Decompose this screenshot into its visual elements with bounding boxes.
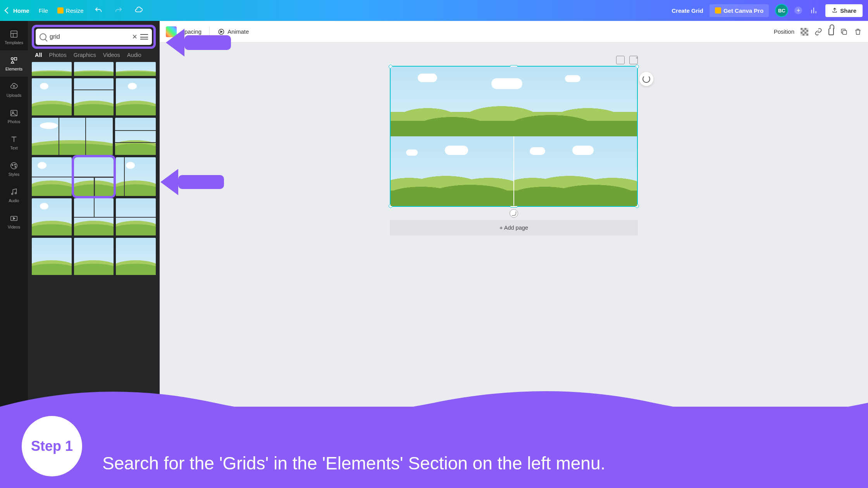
svg-point-5 bbox=[11, 163, 17, 169]
tab-videos[interactable]: Videos bbox=[103, 52, 120, 58]
top-menu-bar: Home File Resize Create Grid Get Canva P… bbox=[0, 0, 868, 21]
rail-videos[interactable]: Videos bbox=[0, 208, 28, 235]
svg-rect-18 bbox=[801, 32, 803, 34]
canvas-page[interactable] bbox=[390, 66, 638, 207]
crown-icon bbox=[57, 7, 64, 14]
grid-option[interactable] bbox=[116, 78, 156, 115]
rail-elements[interactable]: Elements bbox=[0, 50, 28, 77]
rail-audio[interactable]: Audio bbox=[0, 182, 28, 208]
grid-option[interactable] bbox=[74, 78, 114, 115]
home-label: Home bbox=[13, 7, 29, 14]
rail-styles[interactable]: Styles bbox=[0, 156, 28, 182]
search-input[interactable] bbox=[50, 33, 129, 40]
lock-icon[interactable] bbox=[828, 28, 834, 35]
svg-point-6 bbox=[12, 165, 13, 166]
add-page-button[interactable]: + Add page bbox=[390, 220, 638, 235]
grid-option[interactable] bbox=[116, 157, 156, 196]
grid-option[interactable] bbox=[74, 62, 114, 76]
document-title[interactable]: Create Grid bbox=[672, 7, 703, 14]
filter-icon[interactable] bbox=[140, 34, 148, 40]
tutorial-overlay: Step 1 Search for the 'Grids' in the 'El… bbox=[0, 383, 868, 488]
grid-option[interactable] bbox=[74, 198, 114, 235]
grid-option[interactable] bbox=[32, 238, 72, 275]
trash-icon[interactable] bbox=[854, 28, 862, 36]
svg-point-9 bbox=[12, 193, 13, 195]
rail-photos[interactable]: Photos bbox=[0, 103, 28, 129]
step-text: Search for the 'Grids' in the 'Elements'… bbox=[102, 452, 852, 475]
svg-rect-17 bbox=[806, 30, 808, 32]
grid-option[interactable] bbox=[116, 238, 156, 275]
svg-point-7 bbox=[14, 164, 16, 165]
svg-rect-16 bbox=[803, 30, 804, 32]
get-pro-button[interactable]: Get Canva Pro bbox=[710, 4, 769, 17]
chevron-left-icon bbox=[5, 7, 11, 14]
context-toolbar: pacing Animate Position bbox=[160, 21, 868, 43]
grid-cell-top[interactable] bbox=[391, 67, 637, 136]
rotate-handle[interactable] bbox=[510, 209, 518, 218]
share-label: Share bbox=[840, 7, 856, 14]
clear-search-button[interactable]: × bbox=[132, 32, 137, 42]
cloud-sync-icon[interactable] bbox=[133, 5, 144, 16]
 bbox=[74, 238, 114, 275]
grid-cell-bottom-right[interactable] bbox=[514, 136, 637, 206]
file-menu[interactable]: File bbox=[39, 7, 48, 14]
svg-point-10 bbox=[15, 192, 17, 194]
share-button[interactable]: Share bbox=[825, 4, 863, 17]
search-icon bbox=[40, 33, 46, 40]
tab-audio[interactable]: Audio bbox=[127, 52, 141, 58]
redo-button[interactable] bbox=[113, 5, 124, 16]
stats-icon[interactable] bbox=[808, 5, 819, 16]
svg-rect-14 bbox=[801, 28, 803, 30]
search-highlight: × bbox=[32, 25, 156, 49]
transparency-icon[interactable] bbox=[801, 28, 808, 36]
add-collaborator-button[interactable]: + bbox=[794, 7, 802, 14]
grid-option[interactable] bbox=[32, 157, 72, 196]
duplicate-icon[interactable] bbox=[840, 28, 848, 36]
search-bar: × bbox=[36, 29, 152, 45]
rail-uploads[interactable]: Uploads bbox=[0, 77, 28, 103]
crown-icon bbox=[715, 7, 721, 14]
grid-option[interactable] bbox=[32, 62, 72, 76]
home-button[interactable]: Home bbox=[5, 7, 29, 14]
svg-rect-19 bbox=[804, 32, 806, 34]
grid-option[interactable] bbox=[115, 118, 156, 155]
grid-cell-bottom-left[interactable] bbox=[391, 136, 513, 206]
grid-option[interactable] bbox=[116, 62, 156, 76]
svg-rect-21 bbox=[806, 34, 808, 36]
tutorial-arrow bbox=[160, 169, 224, 195]
tab-graphics[interactable]: Graphics bbox=[74, 52, 96, 58]
svg-rect-0 bbox=[11, 31, 17, 38]
rail-text[interactable]: Text bbox=[0, 129, 28, 156]
svg-point-8 bbox=[15, 166, 16, 167]
svg-rect-2 bbox=[14, 58, 17, 60]
duplicate-page-icon[interactable] bbox=[616, 56, 625, 64]
grid-option[interactable] bbox=[32, 118, 113, 155]
grid-option-selected[interactable] bbox=[74, 157, 114, 196]
undo-button[interactable] bbox=[93, 5, 104, 16]
step-badge: Step 1 bbox=[22, 416, 82, 476]
rail-templates[interactable]: Templates bbox=[0, 24, 28, 50]
position-button[interactable]: Position bbox=[774, 28, 794, 35]
svg-point-1 bbox=[11, 58, 14, 60]
link-icon[interactable] bbox=[815, 28, 822, 36]
new-page-icon[interactable]: + bbox=[629, 56, 638, 64]
svg-rect-15 bbox=[804, 28, 806, 30]
avatar[interactable]: BC bbox=[775, 4, 788, 17]
get-pro-label: Get Canva Pro bbox=[723, 7, 763, 14]
grid-option[interactable] bbox=[32, 198, 72, 235]
svg-rect-22 bbox=[843, 30, 847, 34]
svg-rect-20 bbox=[803, 34, 804, 36]
tutorial-arrow bbox=[166, 29, 231, 57]
filter-tabs: All Photos Graphics Videos Audio bbox=[32, 52, 156, 62]
tab-photos[interactable]: Photos bbox=[49, 52, 67, 58]
resize-label: Resize bbox=[66, 7, 84, 14]
resize-button[interactable]: Resize bbox=[57, 7, 84, 14]
grid-option[interactable] bbox=[32, 78, 72, 115]
tab-all[interactable]: All bbox=[35, 52, 42, 58]
grid-option[interactable] bbox=[116, 198, 156, 235]
rotate-button[interactable] bbox=[639, 72, 653, 86]
